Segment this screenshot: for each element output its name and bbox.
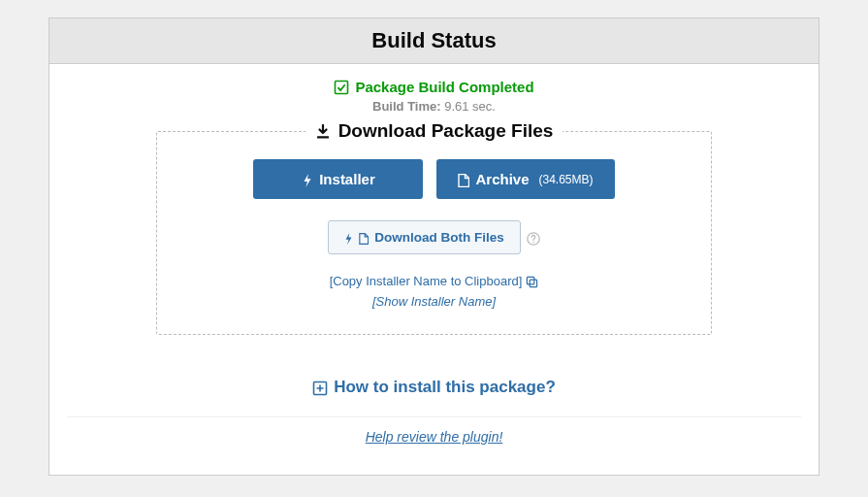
download-both-label: Download Both Files (374, 230, 504, 245)
svg-rect-1 (317, 136, 329, 138)
installer-name-links: [Copy Installer Name to Clipboard] [Show… (177, 274, 691, 309)
archive-size: (34.65MB) (539, 173, 594, 186)
svg-rect-4 (530, 280, 537, 286)
download-icon (315, 120, 331, 142)
download-heading: Download Package Files (305, 120, 563, 142)
build-time: Build Time: 9.61 sec. (49, 99, 819, 114)
archive-button[interactable]: Archive (34.65MB) (436, 159, 614, 199)
status-block: Package Build Completed Build Time: 9.61… (49, 64, 819, 119)
bolt-icon (302, 171, 313, 187)
primary-button-row: Installer Archive (34.65MB) (177, 159, 691, 199)
download-both-button[interactable]: Download Both Files (328, 220, 521, 254)
how-to-install-toggle[interactable]: How to install this package? (49, 378, 819, 397)
check-icon (334, 78, 349, 95)
svg-point-3 (532, 241, 534, 243)
build-status-panel: Build Status Package Build Completed Bui… (48, 17, 820, 476)
help-icon[interactable] (527, 229, 540, 245)
installer-button-label: Installer (319, 171, 375, 187)
build-status-text: Package Build Completed (355, 79, 533, 95)
build-status-line: Package Build Completed (334, 78, 533, 95)
svg-rect-5 (528, 278, 534, 284)
copy-icon (526, 274, 538, 288)
panel-title: Build Status (49, 18, 819, 64)
archive-button-label: Archive (475, 171, 529, 187)
copy-installer-name-text: [Copy Installer Name to Clipboard] (330, 274, 523, 288)
download-region: Download Package Files Installer Archive… (156, 131, 712, 335)
installer-button[interactable]: Installer (253, 159, 423, 199)
bolt-icon (344, 230, 353, 245)
copy-installer-name-link[interactable]: [Copy Installer Name to Clipboard] (330, 274, 539, 288)
review-plugin-link[interactable]: Help review the plugin! (49, 417, 819, 462)
file-icon (359, 230, 369, 245)
secondary-button-row: Download Both Files (177, 220, 691, 254)
how-to-install-label: How to install this package? (334, 378, 556, 397)
show-installer-name-link[interactable]: [Show Installer Name] (177, 294, 691, 309)
svg-rect-0 (336, 82, 348, 94)
download-heading-text: Download Package Files (338, 120, 554, 142)
file-icon (458, 171, 469, 187)
build-time-value: 9.61 sec. (444, 99, 496, 114)
plus-square-icon (312, 378, 328, 397)
build-time-label: Build Time: (372, 99, 441, 114)
